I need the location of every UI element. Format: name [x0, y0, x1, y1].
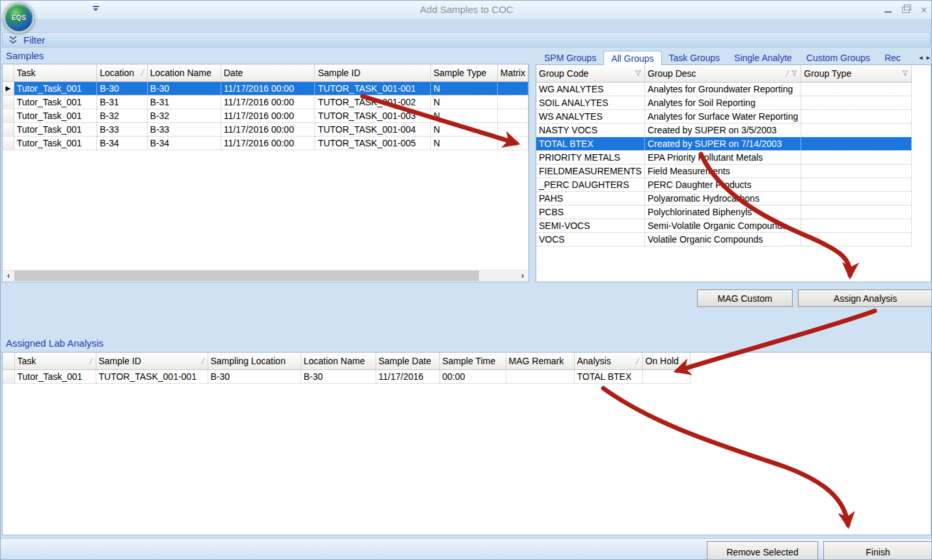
cell-desc[interactable]: Created by SUPER on 3/5/2003 — [644, 123, 801, 137]
column-header-matrix[interactable]: Matrix — [497, 64, 528, 81]
cell-location_name[interactable]: B-31 — [147, 95, 221, 109]
column-header-on-hold[interactable]: On Hold — [642, 353, 690, 369]
cell-location_name[interactable]: B-32 — [147, 109, 221, 122]
tab-scroll-right-icon[interactable]: ▸ — [926, 53, 930, 62]
table-row[interactable]: ▶Tutor_Task_001B-30B-3011/17/2016 00:00T… — [3, 81, 528, 95]
cell-date[interactable]: 11/17/2016 00:00 — [221, 136, 315, 150]
column-header-sample-type[interactable]: Sample Type — [430, 64, 497, 81]
cell-location_name[interactable]: B-33 — [147, 122, 221, 136]
cell-location[interactable]: B-32 — [97, 109, 147, 122]
column-header-location[interactable]: Location╱ — [97, 64, 147, 81]
tab-spm-groups[interactable]: SPM Groups — [537, 51, 603, 65]
filter-funnel-icon[interactable] — [901, 70, 909, 77]
table-row[interactable]: FIELDMEASUREMENTSField Measurements — [536, 164, 912, 178]
table-row[interactable]: SEMI-VOCSSemi-Volatile Organic Compounds — [536, 219, 912, 232]
scrollbar-thumb[interactable] — [14, 271, 479, 281]
cell-sample_date[interactable]: 11/17/2016 — [376, 369, 439, 383]
cell-desc[interactable]: PERC Daughter Products — [644, 178, 801, 191]
cell-desc[interactable]: Polychlorinated Biphenyls — [644, 205, 801, 219]
cell-sample_id[interactable]: TUTOR_TASK_001-002 — [315, 95, 430, 109]
cell-on_hold[interactable] — [642, 369, 690, 383]
column-header-group-type[interactable]: Group Type — [801, 65, 912, 82]
cell-code[interactable]: PCBS — [536, 205, 644, 219]
cell-date[interactable]: 11/17/2016 00:00 — [221, 81, 315, 95]
table-row[interactable]: Tutor_Task_001B-31B-3111/17/2016 00:00TU… — [3, 95, 528, 109]
cell-task[interactable]: Tutor_Task_001 — [14, 136, 96, 150]
cell-location[interactable]: B-31 — [97, 95, 147, 109]
cell-analysis[interactable]: TOTAL BTEX — [574, 369, 642, 383]
cell-code[interactable]: FIELDMEASUREMENTS — [536, 164, 644, 178]
cell-desc[interactable]: Field Measurements — [644, 164, 801, 178]
cell-sample_type[interactable]: N — [430, 136, 497, 150]
column-header-location-name[interactable]: Location Name — [147, 64, 221, 81]
cell-desc[interactable]: Polyaromatic Hydrocarbons — [644, 191, 801, 205]
cell-desc[interactable]: Analytes for Soil Reporting — [644, 96, 801, 109]
cell-location[interactable]: B-33 — [97, 122, 147, 136]
column-header-group-desc[interactable]: Group Desc╱ — [644, 65, 801, 82]
cell-type[interactable] — [801, 123, 912, 137]
filter-funnel-icon[interactable] — [635, 70, 642, 77]
cell-code[interactable]: VOCS — [536, 232, 644, 246]
cell-matrix[interactable] — [497, 122, 528, 136]
column-header-analysis[interactable]: Analysis╱ — [574, 353, 642, 369]
table-row[interactable]: Tutor_Task_001TUTOR_TASK_001-001B-30B-30… — [3, 369, 690, 383]
app-button-icon[interactable]: EQS — [3, 2, 34, 33]
tab-rec[interactable]: Rec — [877, 51, 908, 65]
cell-type[interactable] — [801, 219, 912, 232]
table-row[interactable]: SOIL ANALYTESAnalytes for Soil Reporting — [536, 96, 912, 109]
cell-task[interactable]: Tutor_Task_001 — [14, 369, 96, 383]
table-row[interactable]: WS ANALYTESAnalytes for Surface Water Re… — [536, 109, 912, 123]
cell-matrix[interactable] — [497, 81, 528, 95]
column-header-task[interactable]: Task — [14, 64, 96, 81]
cell-type[interactable] — [801, 82, 912, 96]
table-row[interactable]: PCBSPolychlorinated Biphenyls — [536, 205, 912, 219]
scroll-right-icon[interactable]: › — [517, 271, 528, 281]
table-row[interactable]: TOTAL BTEXCreated by SUPER on 7/14/2003 — [536, 137, 912, 150]
cell-desc[interactable]: Created by SUPER on 7/14/2003 — [644, 137, 801, 150]
cell-desc[interactable]: Analytes for Groundwater Reporting — [644, 82, 801, 96]
column-header-mag-remark[interactable]: MAG Remark — [506, 353, 574, 369]
column-header-sample-date[interactable]: Sample Date — [376, 353, 439, 369]
cell-sample_id[interactable]: TUTOR_TASK_001-001 — [315, 81, 430, 95]
filter-bar[interactable]: Filter — [2, 32, 931, 47]
cell-type[interactable] — [801, 96, 912, 109]
tab-custom-groups[interactable]: Custom Groups — [799, 51, 877, 65]
cell-location[interactable]: B-30 — [97, 81, 147, 95]
table-row[interactable]: VOCSVolatile Organic Compounds — [536, 232, 912, 246]
cell-type[interactable] — [801, 164, 912, 178]
tab-task-groups[interactable]: Task Groups — [662, 51, 728, 65]
cell-sample_id[interactable]: TUTOR_TASK_001-001 — [96, 369, 208, 383]
horizontal-scrollbar[interactable]: ‹ › — [3, 270, 528, 281]
cell-matrix[interactable] — [497, 95, 528, 109]
cell-code[interactable]: TOTAL BTEX — [536, 137, 644, 150]
column-header-sample-id[interactable]: Sample ID — [315, 64, 430, 81]
cell-code[interactable]: _PERC DAUGHTERS — [536, 178, 644, 191]
table-row[interactable]: _PERC DAUGHTERSPERC Daughter Products — [536, 178, 912, 191]
cell-sample_type[interactable]: N — [430, 109, 497, 122]
cell-matrix[interactable] — [497, 109, 528, 122]
cell-type[interactable] — [801, 232, 912, 246]
table-row[interactable]: PRIORITY METALSEPA Priority Pollutant Me… — [536, 150, 912, 164]
cell-type[interactable] — [801, 178, 912, 191]
cell-task[interactable]: Tutor_Task_001 — [14, 95, 96, 109]
mag-custom-button[interactable]: MAG Custom — [697, 289, 793, 307]
assign-analysis-button[interactable]: Assign Analysis — [798, 289, 932, 307]
quick-access-caret-icon[interactable] — [93, 6, 99, 11]
column-header-sample-id[interactable]: Sample ID╱ — [96, 353, 208, 369]
cell-type[interactable] — [801, 150, 912, 164]
cell-location_name[interactable]: B-30 — [147, 81, 221, 95]
finish-button[interactable]: Finish — [823, 541, 932, 560]
cell-date[interactable]: 11/17/2016 00:00 — [221, 122, 315, 136]
filter-funnel-icon[interactable] — [791, 70, 798, 77]
cell-code[interactable]: NASTY VOCS — [536, 123, 644, 137]
column-header-group-code[interactable]: Group Code — [536, 65, 644, 82]
table-row[interactable]: PAHSPolyaromatic Hydrocarbons — [536, 191, 912, 205]
minimize-icon[interactable] — [884, 11, 892, 13]
cell-desc[interactable]: EPA Priority Pollutant Metals — [644, 150, 801, 164]
cell-type[interactable] — [801, 109, 912, 123]
cell-sample_type[interactable]: N — [430, 122, 497, 136]
tab-scroll-left-icon[interactable]: ◂ — [919, 53, 923, 62]
cell-location_name[interactable]: B-34 — [147, 136, 221, 150]
cell-sample_type[interactable]: N — [430, 81, 497, 95]
table-row[interactable]: WG ANALYTESAnalytes for Groundwater Repo… — [536, 82, 912, 96]
